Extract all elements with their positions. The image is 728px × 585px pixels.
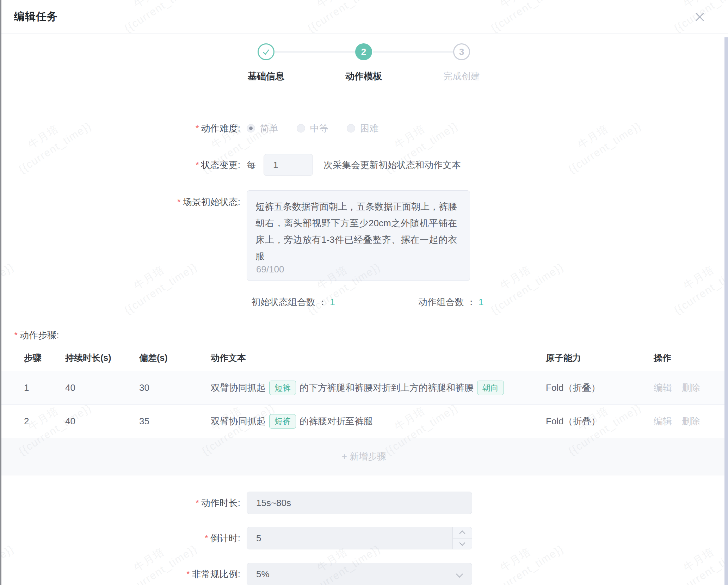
initial-state-textarea[interactable]: 短裤五条数据背面朝上，五条数据正面朝上，裤腰朝右，离头部视野下方至少20cm之外… bbox=[247, 190, 470, 281]
increment-button[interactable] bbox=[453, 527, 472, 538]
countdown-input[interactable]: 5 bbox=[247, 527, 472, 549]
delete-link[interactable]: 删除 bbox=[682, 382, 700, 393]
radio-medium-label: 中等 bbox=[310, 122, 328, 135]
step-3-label: 完成创建 bbox=[419, 70, 504, 82]
initial-state-text: 短裤五条数据背面朝上，五条数据正面朝上，裤腰朝右，离头部视野下方至少20cm之外… bbox=[255, 198, 457, 265]
cell-step: 2 bbox=[24, 416, 65, 427]
cell-deviation: 35 bbox=[139, 416, 211, 427]
radio-medium[interactable]: 中等 bbox=[297, 122, 328, 135]
initial-combo-count: 初始状态组合数 ：1 bbox=[251, 296, 335, 308]
cell-deviation: 30 bbox=[139, 382, 211, 393]
radio-simple-label: 简单 bbox=[260, 122, 278, 135]
radio-simple-circle[interactable] bbox=[247, 124, 255, 133]
countdown-value: 5 bbox=[256, 533, 261, 544]
action-combo-value: 1 bbox=[479, 297, 483, 307]
cell-duration: 40 bbox=[65, 416, 139, 427]
step-1-indicator bbox=[258, 43, 274, 60]
cell-operations: 编辑删除 bbox=[654, 415, 728, 427]
state-change-row: *状态变更: 每 1 次采集会更新初始状态和动作文本 bbox=[0, 154, 728, 176]
add-step-button[interactable]: + 新增步骤 bbox=[0, 438, 728, 475]
action-text-segment: 双臂协同抓起 bbox=[211, 382, 266, 394]
action-steps-label: *动作步骤: bbox=[0, 328, 728, 342]
required-mark: * bbox=[196, 160, 199, 170]
col-header-step: 步骤 bbox=[24, 352, 65, 364]
action-steps-table: 步骤 持续时长(s) 偏差(s) 动作文本 原子能力 操作 1 40 30 双臂… bbox=[0, 345, 728, 475]
cell-step: 1 bbox=[24, 382, 65, 393]
action-duration-value: 15s~80s bbox=[256, 498, 291, 509]
required-mark: * bbox=[186, 569, 190, 579]
select-chevron-down-icon bbox=[456, 571, 463, 578]
vertical-scrollbar[interactable] bbox=[724, 37, 728, 585]
required-mark: * bbox=[14, 330, 18, 341]
unconventional-ratio-select[interactable]: 5% bbox=[247, 563, 472, 585]
decrement-button[interactable] bbox=[453, 538, 472, 549]
initial-combo-value: 1 bbox=[330, 297, 335, 307]
table-row: 1 40 30 双臂协同抓起 短裤 的下方裤腿和裤腰对折到上方的裤腿和裤腰 朝向… bbox=[0, 371, 728, 405]
number-stepper bbox=[452, 527, 472, 549]
table-header-row: 步骤 持续时长(s) 偏差(s) 动作文本 原子能力 操作 bbox=[0, 345, 728, 371]
required-mark: * bbox=[205, 533, 208, 543]
action-duration-row: *动作时长: 15s~80s bbox=[0, 492, 728, 514]
initial-state-row: *场景初始状态: 短裤五条数据背面朝上，五条数据正面朝上，裤腰朝右，离头部视野下… bbox=[0, 190, 728, 281]
table-row: 2 40 35 双臂协同抓起 短裤 的裤腰对折至裤腿 Fold（折叠） 编辑删除 bbox=[0, 405, 728, 438]
edit-link[interactable]: 编辑 bbox=[654, 416, 672, 426]
col-header-text: 动作文本 bbox=[211, 352, 546, 364]
cell-action-text: 双臂协同抓起 短裤 的下方裤腿和裤腰对折到上方的裤腿和裤腰 朝向 bbox=[211, 381, 546, 395]
action-duration-input[interactable]: 15s~80s bbox=[247, 492, 472, 514]
difficulty-row: *动作难度: 简单 中等 困难 bbox=[0, 120, 728, 136]
action-text-segment: 双臂协同抓起 bbox=[211, 415, 266, 427]
radio-hard[interactable]: 困难 bbox=[347, 122, 378, 135]
radio-medium-circle[interactable] bbox=[297, 124, 305, 133]
object-tag: 短裤 bbox=[269, 414, 296, 429]
difficulty-label: *动作难度: bbox=[0, 122, 247, 135]
unconventional-ratio-row: *非常规比例: 5% bbox=[0, 563, 728, 585]
col-header-deviation: 偏差(s) bbox=[139, 352, 211, 364]
cell-action-text: 双臂协同抓起 短裤 的裤腰对折至裤腿 bbox=[211, 414, 546, 429]
col-header-duration: 持续时长(s) bbox=[65, 352, 139, 364]
required-mark: * bbox=[196, 498, 199, 508]
cell-ability: Fold（折叠） bbox=[546, 382, 654, 394]
radio-hard-circle[interactable] bbox=[347, 124, 355, 133]
screenshot-left-edge bbox=[0, 0, 1, 585]
col-header-ability: 原子能力 bbox=[546, 352, 654, 364]
state-change-suffix: 次采集会更新初始状态和动作文本 bbox=[323, 159, 461, 171]
cell-operations: 编辑删除 bbox=[654, 382, 728, 394]
check-icon bbox=[262, 48, 270, 56]
step-3-number: 3 bbox=[459, 47, 464, 57]
step-1-label: 基础信息 bbox=[224, 70, 308, 82]
char-counter: 69/100 bbox=[256, 264, 284, 275]
action-text-segment: 的裤腰对折至裤腿 bbox=[300, 415, 373, 427]
orientation-tag: 朝向 bbox=[477, 381, 504, 395]
step-2-number: 2 bbox=[361, 47, 366, 57]
delete-link[interactable]: 删除 bbox=[682, 416, 700, 426]
action-duration-label: *动作时长: bbox=[0, 497, 247, 509]
unconventional-ratio-label: *非常规比例: bbox=[0, 568, 247, 580]
countdown-row: *倒计时: 5 bbox=[0, 527, 728, 549]
step-2-indicator: 2 bbox=[355, 43, 372, 60]
step-3-indicator: 3 bbox=[453, 43, 470, 60]
required-mark: * bbox=[196, 123, 199, 134]
col-header-ops: 操作 bbox=[654, 352, 728, 364]
stepper: 2 3 基础信息 动作模板 完成创建 bbox=[0, 43, 728, 82]
initial-state-label: *场景初始状态: bbox=[0, 190, 247, 208]
action-combo-count: 动作组合数 ：1 bbox=[418, 296, 484, 308]
object-tag: 短裤 bbox=[269, 381, 296, 395]
radio-hard-label: 困难 bbox=[360, 122, 378, 135]
dialog-header: 编辑任务 bbox=[0, 0, 728, 33]
step-connector-2 bbox=[373, 51, 453, 53]
unconventional-ratio-value: 5% bbox=[256, 569, 270, 580]
state-change-input[interactable]: 1 bbox=[264, 154, 313, 176]
cell-ability: Fold（折叠） bbox=[546, 415, 654, 427]
close-icon bbox=[695, 12, 705, 22]
cell-duration: 40 bbox=[65, 382, 139, 393]
required-mark: * bbox=[177, 197, 181, 207]
close-button[interactable] bbox=[693, 10, 707, 24]
countdown-label: *倒计时: bbox=[0, 532, 247, 544]
edit-link[interactable]: 编辑 bbox=[654, 382, 672, 393]
action-text-segment: 的下方裤腿和裤腰对折到上方的裤腿和裤腰 bbox=[300, 382, 474, 394]
radio-simple[interactable]: 简单 bbox=[247, 122, 278, 135]
state-change-label: *状态变更: bbox=[0, 159, 247, 171]
chevron-down-icon bbox=[459, 540, 465, 546]
dialog-title: 编辑任务 bbox=[14, 10, 58, 24]
state-change-prefix: 每 bbox=[247, 159, 256, 171]
